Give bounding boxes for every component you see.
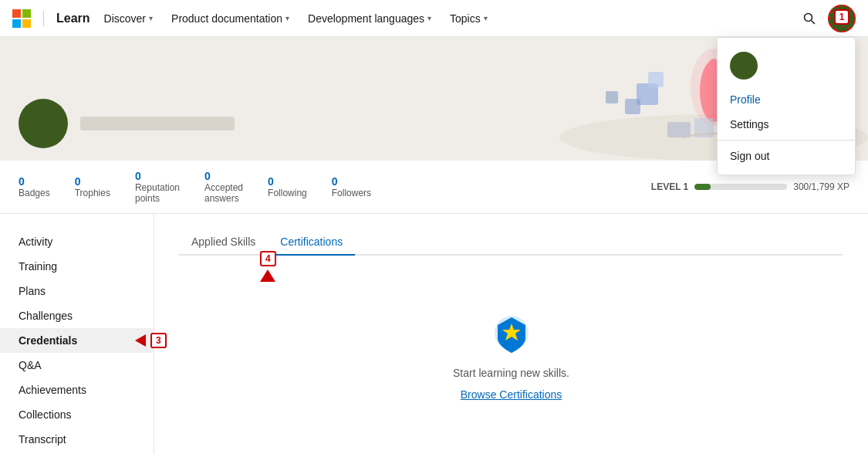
header: Learn Discover ▾ Product documentation ▾… xyxy=(0,0,868,37)
profile-banner-content xyxy=(0,99,253,161)
stat-badges-value: 0 xyxy=(19,175,50,188)
header-logo: Learn xyxy=(12,9,90,28)
nav-dev-languages-label: Development languages xyxy=(308,12,424,25)
tabs-container: Applied Skills Certifications 4 xyxy=(179,229,843,256)
stat-reputation-label: Reputationpoints xyxy=(135,182,180,204)
stat-reputation: 0 Reputationpoints xyxy=(135,170,180,204)
main-layout: Activity Training Plans Challenges Crede… xyxy=(0,214,868,454)
stat-accepted-value: 0 xyxy=(204,170,243,182)
annotation-4-wrapper: 4 xyxy=(260,251,276,282)
credential-tabs: Applied Skills Certifications xyxy=(179,229,843,256)
ms-logo-green xyxy=(22,9,31,18)
stat-badges: 0 Badges xyxy=(19,175,50,198)
level-xp: 300/1,799 XP xyxy=(793,181,849,192)
nav-product-docs-chevron: ▾ xyxy=(285,14,289,22)
stat-following-label: Following xyxy=(268,188,307,198)
nav-dev-languages-chevron: ▾ xyxy=(427,14,431,22)
search-button[interactable] xyxy=(797,6,822,31)
header-actions: 1 xyxy=(797,5,856,32)
nav-item-topics[interactable]: Topics ▾ xyxy=(442,9,495,28)
svg-rect-8 xyxy=(625,99,640,114)
content-area: Applied Skills Certifications 4 xyxy=(154,214,868,454)
stat-followers-value: 0 xyxy=(332,175,371,188)
tab-certifications[interactable]: Certifications xyxy=(268,229,355,256)
annotation-4-arrow xyxy=(260,269,275,282)
level-label: LEVEL 1 xyxy=(651,181,688,192)
search-icon xyxy=(803,12,816,25)
annotation-1: 1 xyxy=(834,9,849,25)
annotation-4-box: 4 xyxy=(260,251,276,266)
nav-topics-label: Topics xyxy=(450,12,481,25)
annotation-3-arrow xyxy=(135,334,146,347)
header-divider xyxy=(43,11,44,26)
nav-item-product-docs[interactable]: Product documentation ▾ xyxy=(164,9,297,28)
stat-reputation-value: 0 xyxy=(135,170,180,182)
browse-certifications-link[interactable]: Browse Certifications xyxy=(461,388,562,401)
dropdown-profile-item[interactable]: Profile 2 xyxy=(718,87,855,112)
stat-following-value: 0 xyxy=(268,175,307,188)
stat-badges-label: Badges xyxy=(19,188,50,198)
ms-logo-blue xyxy=(12,19,21,28)
user-dropdown-menu: Profile 2 Settings Sign out xyxy=(717,37,856,175)
nav-product-docs-label: Product documentation xyxy=(171,12,282,25)
microsoft-logo xyxy=(12,9,31,28)
dropdown-settings-label: Settings xyxy=(730,118,769,130)
empty-state: Start learning new skills. Browse Certif… xyxy=(179,280,843,432)
sidebar-item-achievements[interactable]: Achievements xyxy=(0,378,154,402)
empty-state-text: Start learning new skills. xyxy=(453,367,569,379)
sidebar-item-collections[interactable]: Collections xyxy=(0,402,154,427)
profile-name-placeholder xyxy=(80,117,235,130)
nav-item-discover[interactable]: Discover ▾ xyxy=(96,9,160,28)
ms-logo-red xyxy=(12,9,21,18)
dropdown-avatar xyxy=(730,52,758,80)
stat-following: 0 Following xyxy=(268,175,307,198)
annotation-3-wrapper: 3 xyxy=(135,333,167,348)
level-section: LEVEL 1 300/1,799 XP xyxy=(651,181,849,192)
sidebar-item-plans[interactable]: Plans xyxy=(0,279,154,303)
sidebar-credentials-row: Credentials 3 xyxy=(0,328,154,353)
svg-rect-14 xyxy=(667,122,691,137)
nav-discover-label: Discover xyxy=(104,12,146,25)
dropdown-divider xyxy=(718,140,855,141)
svg-rect-7 xyxy=(648,72,664,87)
sidebar-item-training[interactable]: Training xyxy=(0,254,154,279)
level-progress-bar xyxy=(694,184,787,190)
dropdown-signout-label: Sign out xyxy=(730,150,769,162)
stat-followers-label: Followers xyxy=(332,188,371,198)
sidebar-item-challenges[interactable]: Challenges xyxy=(0,303,154,328)
sidebar: Activity Training Plans Challenges Crede… xyxy=(0,214,154,454)
dropdown-settings-item[interactable]: Settings xyxy=(718,112,855,137)
dropdown-profile-label: Profile xyxy=(730,93,761,106)
sidebar-item-credentials[interactable]: Credentials xyxy=(0,328,154,353)
dropdown-signout-item[interactable]: Sign out xyxy=(718,144,855,168)
stat-trophies-value: 0 xyxy=(75,175,110,188)
ms-logo-yellow xyxy=(22,19,31,28)
annotation-3-box: 3 xyxy=(150,333,167,348)
sidebar-item-transcript[interactable]: Transcript xyxy=(0,427,154,452)
svg-point-0 xyxy=(805,13,812,21)
stat-accepted-answers: 0 Acceptedanswers xyxy=(204,170,243,204)
profile-avatar-large xyxy=(19,99,68,148)
stat-trophies-label: Trophies xyxy=(75,188,110,198)
user-avatar-button[interactable]: 1 xyxy=(828,5,856,32)
stat-followers: 0 Followers xyxy=(332,175,371,198)
sidebar-item-activity[interactable]: Activity xyxy=(0,229,154,254)
nav-topics-chevron: ▾ xyxy=(484,14,488,22)
svg-line-1 xyxy=(812,20,816,24)
stat-trophies: 0 Trophies xyxy=(75,175,110,198)
level-progress-fill xyxy=(694,184,710,190)
certification-badge-icon xyxy=(488,311,535,357)
dropdown-header xyxy=(718,44,855,87)
stat-accepted-label: Acceptedanswers xyxy=(204,182,243,204)
svg-rect-9 xyxy=(606,91,618,103)
nav-discover-chevron: ▾ xyxy=(149,14,153,22)
tab-applied-skills[interactable]: Applied Skills xyxy=(179,229,268,256)
sidebar-item-qa[interactable]: Q&A xyxy=(0,353,154,378)
nav-item-dev-languages[interactable]: Development languages ▾ xyxy=(300,9,439,28)
header-nav: Discover ▾ Product documentation ▾ Devel… xyxy=(96,9,797,28)
brand-name: Learn xyxy=(56,12,90,25)
